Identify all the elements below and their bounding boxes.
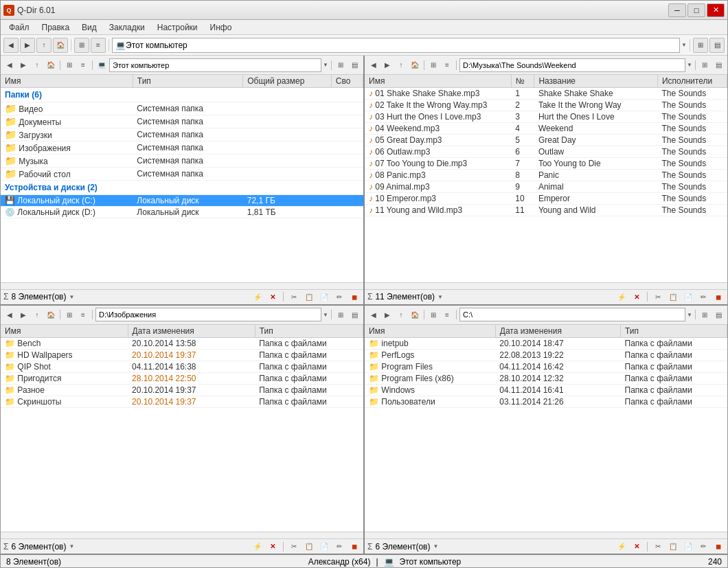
ptl-status-btn5[interactable]: ✏ — [333, 291, 345, 303]
table-row[interactable]: 📁 Program Files (x86) 28.10.2014 12:32 П… — [365, 372, 727, 384]
menu-settings[interactable]: Настройки — [152, 21, 203, 34]
pbl-status-btn2[interactable]: ✂ — [288, 541, 300, 553]
menu-edit[interactable]: Правка — [36, 21, 76, 34]
pbr-path[interactable]: C:\ — [459, 308, 685, 321]
close-button[interactable]: ✕ — [707, 3, 725, 17]
menu-bookmarks[interactable]: Закладки — [104, 21, 150, 34]
pbl-forward[interactable]: ▶ — [17, 308, 30, 321]
table-row[interactable]: 📁 Bench 20.10.2014 13:58 Папка с файлами — [1, 337, 363, 349]
table-row[interactable]: ♪ 01 Shake Shake Shake.mp3 1 Shake Shake… — [365, 88, 727, 100]
ptl-col-attr[interactable]: Сво — [331, 75, 363, 88]
ptr-col-title[interactable]: Название — [534, 75, 658, 88]
toolbar-view-btn2[interactable]: ▤ — [709, 38, 725, 53]
ptl-back[interactable]: ◀ — [3, 59, 16, 71]
pbr-list[interactable]: ≡ — [441, 308, 453, 321]
ptl-col-name[interactable]: Имя — [1, 75, 133, 88]
pbl-view2[interactable]: ▤ — [348, 308, 361, 321]
pbr-up[interactable]: ↑ — [395, 308, 407, 321]
ptr-view2[interactable]: ▤ — [712, 59, 725, 71]
toolbar-btn-list[interactable]: ≡ — [91, 38, 106, 53]
table-row[interactable]: ♪ 09 Animal.mp3 9 Animal The Sounds — [365, 181, 727, 193]
path-dropdown-arrow[interactable]: ▼ — [681, 42, 687, 48]
ptl-status-btn2[interactable]: ✂ — [288, 291, 300, 303]
pbr-view1[interactable]: ⊞ — [698, 308, 711, 321]
menu-info[interactable]: Инфо — [205, 21, 238, 34]
ptl-view2[interactable]: ▤ — [348, 59, 361, 71]
pbl-file-list[interactable]: Имя Дата изменения Тип 📁 Bench 20.10.201… — [1, 325, 363, 532]
table-row[interactable]: ♪ 10 Emperor.mp3 10 Emperor The Sounds — [365, 193, 727, 205]
table-row[interactable]: ♪ 02 Take It the Wrong Way.mp3 2 Take It… — [365, 100, 727, 111]
table-row[interactable]: 📁 Загрузки Системная папка — [1, 128, 363, 141]
pbr-status-btn2[interactable]: ✂ — [652, 541, 664, 553]
pbl-status-btn3[interactable]: 📋 — [303, 541, 315, 553]
ptr-scrollbar[interactable] — [365, 282, 727, 289]
pbr-path-arrow[interactable]: ▼ — [687, 312, 692, 318]
pbr-grid[interactable]: ⊞ — [427, 308, 440, 321]
ptl-up[interactable]: ↑ — [31, 59, 43, 71]
table-row[interactable]: ♪ 08 Panic.mp3 8 Panic The Sounds — [365, 170, 727, 181]
pbl-up[interactable]: ↑ — [31, 308, 43, 321]
pbl-view1[interactable]: ⊞ — [334, 308, 347, 321]
pbl-path-arrow[interactable]: ▼ — [323, 312, 328, 318]
toolbar-btn-grid[interactable]: ⊞ — [74, 38, 89, 53]
table-row[interactable]: ♪ 11 Young and Wild.mp3 11 Young and Wil… — [365, 205, 727, 216]
table-row[interactable]: 📁 PerfLogs 22.08.2013 19:22 Папка с файл… — [365, 349, 727, 361]
ptr-status-btn2[interactable]: ✂ — [652, 291, 664, 303]
ptl-forward[interactable]: ▶ — [17, 59, 30, 71]
ptr-col-artist[interactable]: Исполнители — [657, 75, 727, 88]
ptr-status-btn1[interactable]: ⚡ — [615, 291, 628, 303]
menu-view[interactable]: Вид — [76, 21, 102, 34]
pbr-col-date[interactable]: Дата изменения — [495, 325, 620, 338]
main-path-box[interactable]: 💻 Этот компьютер — [112, 38, 680, 53]
pbr-status-btn5[interactable]: ✏ — [697, 541, 709, 553]
ptr-status-btn6[interactable]: ◼ — [712, 291, 725, 303]
table-row[interactable]: 📁 Музыка Системная папка — [1, 155, 363, 168]
pbr-back[interactable]: ◀ — [367, 308, 380, 321]
pbr-file-list[interactable]: Имя Дата изменения Тип 📁 inetpub 20.10.2… — [365, 325, 727, 532]
ptr-path[interactable]: D:\Музыка\The Sounds\Weekend — [459, 58, 685, 72]
ptr-file-list[interactable]: Имя № Название Исполнители ♪ 01 Shake Sh… — [365, 75, 727, 282]
table-row[interactable]: 📁 Документы Системная папка — [1, 115, 363, 128]
ptl-status-btn4[interactable]: 📄 — [318, 291, 330, 303]
pbl-col-name[interactable]: Имя — [1, 325, 128, 338]
ptl-grid[interactable]: ⊞ — [63, 59, 76, 71]
table-row[interactable]: 📁 Program Files 04.11.2014 16:42 Папка с… — [365, 361, 727, 372]
ptl-view1[interactable]: ⊞ — [334, 59, 347, 71]
pbl-col-type[interactable]: Тип — [255, 325, 363, 338]
ptr-list[interactable]: ≡ — [441, 59, 453, 71]
pbl-status-btn1[interactable]: ⚡ — [251, 541, 264, 553]
toolbar-btn-4[interactable]: 🏠 — [53, 38, 68, 53]
table-row[interactable]: 📁 Windows 04.11.2014 16:41 Папка с файла… — [365, 384, 727, 396]
ptr-forward[interactable]: ▶ — [381, 59, 394, 71]
toolbar-btn-3[interactable]: ↑ — [36, 38, 52, 53]
ptl-path[interactable]: Этот компьютер — [109, 58, 321, 72]
ptr-status-btn4[interactable]: 📄 — [682, 291, 694, 303]
ptr-view1[interactable]: ⊞ — [698, 59, 711, 71]
table-row[interactable]: 📁 Видео Системная папка — [1, 102, 363, 115]
toolbar-btn-2[interactable]: ▶ — [20, 38, 35, 53]
pbr-status-btn6[interactable]: ◼ — [712, 541, 725, 553]
table-row[interactable]: 📁 Скриншоты 20.10.2014 19:37 Папка с фай… — [1, 396, 363, 407]
ptr-status-btnx[interactable]: ✕ — [630, 291, 643, 303]
ptr-up[interactable]: ↑ — [395, 59, 407, 71]
menu-file[interactable]: Файл — [3, 21, 35, 34]
table-row[interactable]: 📁 HD Wallpapers 20.10.2014 19:37 Папка с… — [1, 349, 363, 361]
ptl-col-size[interactable]: Общий размер — [243, 75, 332, 88]
table-row[interactable]: 📁 Пригодится 28.10.2014 22:50 Папка с фа… — [1, 372, 363, 384]
pbr-forward[interactable]: ▶ — [381, 308, 394, 321]
ptr-back[interactable]: ◀ — [367, 59, 380, 71]
ptr-col-name[interactable]: Имя — [365, 75, 511, 88]
table-row[interactable]: 💾 Локальный диск (C:) Локальный диск 72,… — [1, 195, 363, 207]
toolbar-view-btn[interactable]: ⊞ — [693, 38, 708, 53]
ptl-col-type[interactable]: Тип — [133, 75, 242, 88]
ptr-status-btn5[interactable]: ✏ — [697, 291, 709, 303]
pbr-view2[interactable]: ▤ — [712, 308, 725, 321]
minimize-button[interactable]: ─ — [668, 3, 686, 17]
pbr-status-btn4[interactable]: 📄 — [682, 541, 694, 553]
pbl-back[interactable]: ◀ — [3, 308, 16, 321]
pbr-status-btnx[interactable]: ✕ — [630, 541, 643, 553]
ptl-status-btn3[interactable]: 📋 — [303, 291, 315, 303]
pbl-status-btn4[interactable]: 📄 — [318, 541, 330, 553]
ptr-status-btn3[interactable]: 📋 — [667, 291, 679, 303]
table-row[interactable]: ♪ 06 Outlaw.mp3 6 Outlaw The Sounds — [365, 146, 727, 158]
